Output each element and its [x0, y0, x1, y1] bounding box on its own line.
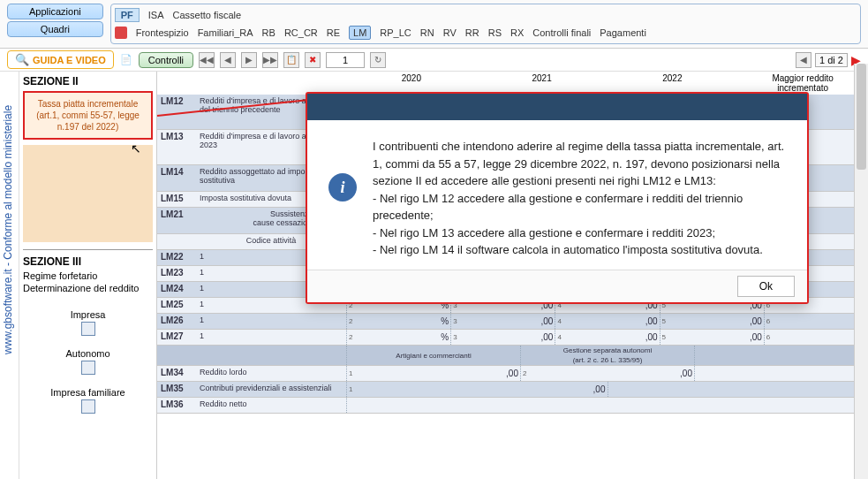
gestione-sub: (art. 2 c. 26 L. 335/95): [573, 356, 643, 364]
tab-frontespizio[interactable]: Frontespizio: [136, 27, 189, 38]
refresh-icon[interactable]: ↻: [370, 52, 386, 68]
row-lm35[interactable]: LM35 Contributi previdenziali e assisten…: [157, 382, 868, 398]
ok-button[interactable]: Ok: [737, 276, 795, 297]
dialog-text: I contribuenti che intendono aderire al …: [373, 138, 786, 259]
lm13-code: LM13: [157, 130, 196, 164]
lm24-code: LM24: [157, 282, 196, 297]
pdf-icon[interactable]: [115, 27, 127, 39]
tab-rx[interactable]: RX: [510, 27, 524, 38]
impresa-checkbox[interactable]: [81, 322, 95, 336]
row-lm36[interactable]: LM36 Reddito netto: [157, 398, 868, 414]
info-dialog: i I contribuenti che intendono aderire a…: [306, 92, 809, 304]
lm35-desc: Contributi previdenziali e assistenziali: [196, 382, 346, 397]
gestione-label: Gestione separata autonomi: [563, 346, 653, 354]
sezione3-title: SEZIONE III: [23, 255, 153, 268]
row-lm34-header: Artigiani e commerciantiGestione separat…: [157, 346, 868, 366]
lm36-code: LM36: [157, 398, 196, 413]
tab-rv[interactable]: RV: [443, 27, 457, 38]
lm35-code: LM35: [157, 382, 196, 397]
sezione3: SEZIONE III Regime forfetario Determinaz…: [23, 249, 153, 414]
impresa-familiare-checkbox[interactable]: [81, 399, 95, 414]
controlli-button[interactable]: Controlli: [139, 52, 193, 68]
lm26-code: LM26: [157, 314, 196, 329]
new-page-icon[interactable]: 📋: [283, 52, 299, 68]
nav-toolbar: 🔍GUIDA E VIDEO 📄 Controlli ◀◀ ◀ ▶ ▶▶ 📋 ✖…: [0, 49, 868, 72]
cursor-icon: ↖: [131, 141, 141, 156]
dialog-header: [307, 94, 807, 120]
autonomo-label: Autonomo: [23, 348, 153, 359]
tab-re[interactable]: RE: [327, 27, 340, 38]
next-page-button[interactable]: ▶: [241, 52, 257, 68]
info-icon: i: [328, 173, 357, 201]
top-toolbar: Applicazioni Quadri PF ISA Cassetto fisc…: [0, 0, 868, 49]
tab-rr[interactable]: RR: [465, 27, 479, 38]
tab-rccr[interactable]: RC_CR: [284, 27, 318, 38]
impresa-label: Impresa: [23, 309, 153, 320]
guida-label: GUIDA E VIDEO: [33, 55, 106, 65]
dialog-footer: Ok: [307, 270, 807, 302]
tab-isa[interactable]: ISA: [148, 10, 164, 20]
scrollbar-thumb[interactable]: [857, 64, 866, 170]
tab-strip: PF ISA Cassetto fiscale Frontespizio Fam…: [110, 4, 861, 44]
last-page-button[interactable]: ▶▶: [262, 52, 278, 68]
magnify-icon: 🔍: [15, 53, 29, 66]
lm15-code: LM15: [157, 192, 196, 207]
tab-rn[interactable]: RN: [420, 27, 434, 38]
lm34-code: LM34: [157, 366, 196, 381]
lm25-code: LM25: [157, 298, 196, 313]
impresa-familiare-label: Impresa familiare: [23, 387, 153, 398]
delete-page-icon[interactable]: ✖: [305, 52, 321, 68]
artigiani-label: Artigiani e commercianti: [346, 346, 520, 365]
sezione3-subtitle: Regime forfetario Determinazione del red…: [23, 270, 153, 295]
guida-video-button[interactable]: 🔍GUIDA E VIDEO: [7, 50, 114, 69]
page-counter: 1 di 2: [815, 53, 848, 67]
tab-rb[interactable]: RB: [262, 27, 275, 38]
row-lm26[interactable]: LM261 2%3,004,005,006: [157, 314, 868, 330]
tab-cassetto[interactable]: Cassetto fiscale: [173, 10, 242, 20]
quadri-button[interactable]: Quadri: [7, 21, 103, 37]
lm21-code: LM21: [157, 208, 196, 233]
left-buttons: Applicazioni Quadri: [7, 4, 103, 37]
side-vertical-text: www.gbsoftware.it - Conforme al modello …: [0, 72, 19, 479]
autonomo-checkbox[interactable]: [81, 361, 95, 375]
tab-pagamenti[interactable]: Pagamenti: [600, 27, 646, 38]
sezione2-title: SEZIONE II: [23, 75, 153, 87]
row-lm27[interactable]: LM271 2%3,004,005,006: [157, 330, 868, 346]
tab-pf[interactable]: PF: [115, 8, 140, 22]
lm23-code: LM23: [157, 266, 196, 281]
nav-left-button[interactable]: ◀: [796, 52, 811, 68]
scrollbar[interactable]: [854, 64, 868, 479]
tassa-piatta-box[interactable]: Tassa piatta incrementale (art.1, commi …: [23, 91, 153, 140]
tab-rs[interactable]: RS: [488, 27, 502, 38]
orange-placeholder: [23, 145, 153, 242]
lm22-code: LM22: [157, 250, 196, 265]
lm34-desc: Reddito lordo: [196, 366, 346, 381]
lm36-desc: Reddito netto: [196, 398, 346, 413]
row-lm34[interactable]: LM34 Reddito lordo 1,002,00,00: [157, 366, 868, 382]
tab-lm[interactable]: LM: [349, 26, 371, 40]
side-label: www.gbsoftware.it - Conforme al modello …: [2, 105, 14, 354]
prev-page-button[interactable]: ◀: [220, 52, 236, 68]
left-column: SEZIONE II Tassa piatta incrementale (ar…: [19, 72, 156, 479]
first-page-button[interactable]: ◀◀: [199, 52, 215, 68]
lm14-code: LM14: [157, 165, 196, 191]
applicazioni-button[interactable]: Applicazioni: [7, 4, 103, 19]
pdf-export-icon[interactable]: 📄: [119, 53, 133, 67]
tab-controlli-finali[interactable]: Controlli finali: [532, 27, 591, 38]
tab-rplc[interactable]: RP_LC: [380, 27, 411, 38]
lm27-code: LM27: [157, 330, 196, 345]
page-input[interactable]: [326, 52, 365, 68]
tab-familiari[interactable]: Familiari_RA: [198, 27, 253, 38]
